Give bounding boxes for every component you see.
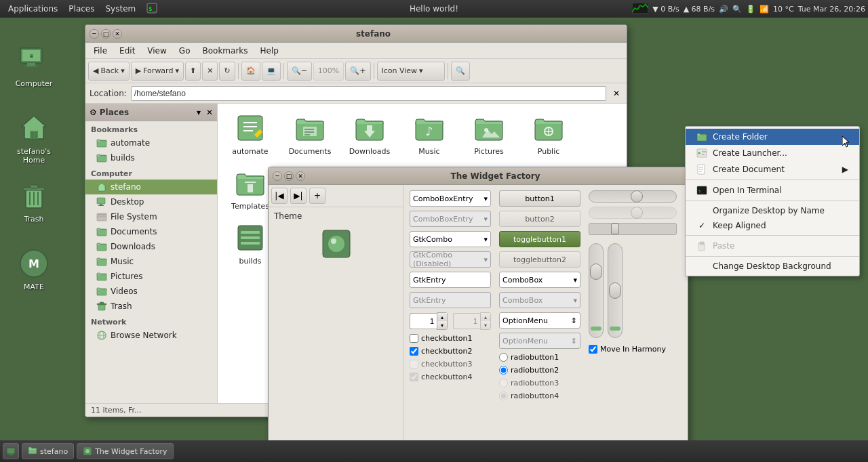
sidebar-item-music[interactable]: Music — [85, 254, 217, 269]
computer-nav-button[interactable]: 💻 — [262, 62, 281, 81]
vslider-2-handle[interactable] — [609, 282, 621, 299]
sidebar-tools-icon[interactable]: ⚙ — [90, 108, 97, 117]
file-icon-pictures[interactable]: Pictures — [462, 109, 516, 159]
spin-up-1[interactable]: ▴ — [437, 313, 447, 321]
file-icon-music[interactable]: ♪ Music — [402, 109, 456, 159]
taskbar-show-desktop[interactable] — [3, 443, 19, 459]
ctx-change-background[interactable]: Change Desktop Background — [686, 259, 859, 274]
zoom-in-button[interactable]: 🔍+ — [345, 62, 370, 81]
desktop-icon-home[interactable]: stefano'sHome — [7, 109, 61, 167]
radiobutton-2[interactable] — [499, 366, 508, 375]
places-menu[interactable]: Places — [63, 3, 100, 15]
ctx-create-document[interactable]: Create Document ▶ — [686, 161, 859, 177]
up-button[interactable]: ⬆ — [185, 62, 201, 81]
file-icon-public[interactable]: Public — [521, 109, 576, 159]
togglebutton1[interactable]: togglebutton1 — [499, 231, 580, 247]
search-button[interactable]: 🔍 — [451, 62, 470, 81]
battery-icon[interactable]: 🔋 — [746, 5, 755, 14]
combobox-active[interactable]: ComboBox ▾ — [499, 272, 580, 288]
spinbutton-1[interactable]: ▴ ▾ — [410, 312, 448, 330]
comboboxentry-active[interactable]: ComboBoxEntry ▾ — [410, 190, 491, 207]
volume-icon[interactable]: 🔊 — [719, 5, 728, 14]
file-icon-documents[interactable]: Documents — [283, 109, 337, 159]
ctx-keep-aligned[interactable]: ✓ Keep Aligned — [686, 218, 859, 233]
zoom-out-button[interactable]: 🔍− — [287, 62, 312, 81]
spin-input-1[interactable] — [410, 313, 437, 329]
ctx-organize-desktop[interactable]: Organize Desktop by Name — [686, 203, 859, 218]
hslider-1[interactable] — [589, 190, 677, 203]
wf-minimize-button[interactable]: ─ — [273, 171, 282, 181]
gtkcombo-active[interactable]: GtkCombo ▾ — [410, 231, 491, 247]
checkbutton-2[interactable] — [410, 347, 418, 356]
edit-menu[interactable]: Edit — [114, 45, 140, 57]
file-icon-automate[interactable]: automate — [223, 109, 277, 159]
optionmenu-active[interactable]: OptionMenu ⇕ — [499, 312, 580, 329]
taskbar-btn-stefano[interactable]: stefano — [22, 443, 74, 459]
sidebar-item-videos[interactable]: Videos — [85, 284, 217, 299]
system-menu[interactable]: System — [100, 3, 141, 15]
sidebar-item-documents[interactable]: Documents — [85, 224, 217, 239]
file-icon-downloads[interactable]: Downloads — [342, 109, 397, 159]
trash-small-icon — [96, 301, 107, 312]
ctx-create-folder[interactable]: Create Folder — [686, 129, 859, 145]
button1[interactable]: button1 — [499, 190, 580, 207]
applications-menu[interactable]: Applications — [3, 3, 63, 15]
gtkentry-active[interactable]: GtkEntry — [410, 272, 491, 288]
terminal-launcher[interactable]: $_ — [141, 1, 163, 17]
sidebar-close-icon[interactable]: ✕ — [206, 108, 213, 117]
checkbutton-1[interactable] — [410, 334, 418, 343]
checkbutton-1-label: checkbutton1 — [421, 334, 473, 343]
sidebar-item-desktop[interactable]: Desktop — [85, 194, 217, 209]
sidebar-item-browse-network[interactable]: Browse Network — [85, 328, 217, 343]
close-button[interactable]: ✕ — [113, 29, 122, 39]
file-menu[interactable]: File — [88, 45, 113, 57]
sidebar-item-stefano[interactable]: stefano — [85, 180, 217, 194]
hslider-3-handle[interactable] — [611, 224, 619, 234]
location-input[interactable] — [131, 86, 606, 101]
sidebar-item-builds[interactable]: builds — [85, 150, 217, 165]
help-menu[interactable]: Help — [255, 45, 284, 57]
bookmarks-menu[interactable]: Bookmarks — [197, 45, 253, 57]
back-dropdown-icon[interactable]: ▾ — [121, 66, 125, 75]
wf-slider-widgets: Move In Harmony — [589, 190, 682, 400]
vslider-1[interactable] — [589, 243, 604, 338]
sidebar-item-filesystem[interactable]: File System — [85, 209, 217, 224]
hslider-1-handle[interactable] — [631, 190, 643, 203]
stop-button[interactable]: ✕ — [202, 62, 218, 81]
sidebar-pin-icon[interactable]: ▾ — [197, 108, 201, 117]
search-icon[interactable]: 🔍 — [732, 5, 742, 14]
back-button[interactable]: ◀ Back ▾ — [88, 62, 130, 81]
go-menu[interactable]: Go — [174, 45, 196, 57]
sidebar-item-downloads[interactable]: Downloads — [85, 239, 217, 254]
desktop-icon-mate[interactable]: M MATE — [7, 245, 61, 294]
desktop-icon-trash[interactable]: Trash — [7, 177, 61, 226]
vslider-2[interactable] — [608, 243, 623, 338]
spin-down-1[interactable]: ▾ — [437, 321, 447, 329]
move-in-harmony-checkbox[interactable] — [589, 345, 597, 354]
taskbar-btn-widget-factory[interactable]: The Widget Factory — [77, 443, 173, 459]
wf-next-button[interactable]: ▶| — [290, 188, 307, 204]
maximize-button[interactable]: □ — [101, 29, 111, 39]
sidebar-item-pictures[interactable]: Pictures — [85, 269, 217, 284]
view-mode-dropdown[interactable]: Icon View ▾ — [377, 62, 445, 81]
wf-prev-button[interactable]: |◀ — [271, 188, 288, 204]
home-nav-button[interactable]: 🏠 — [241, 62, 260, 81]
desktop-icon-computer[interactable]: 🖥 Computer — [7, 41, 61, 91]
network-icon[interactable]: 📶 — [760, 5, 769, 14]
sidebar-item-trash[interactable]: Trash — [85, 299, 217, 314]
wf-close-button[interactable]: ✕ — [296, 171, 305, 181]
back-label: Back — [100, 66, 119, 75]
radiobutton-1[interactable] — [499, 353, 508, 362]
forward-button[interactable]: ▶ Forward ▾ — [131, 62, 184, 81]
sidebar-item-automate[interactable]: automate — [85, 135, 217, 150]
forward-dropdown-icon[interactable]: ▾ — [175, 66, 179, 75]
wf-add-button[interactable]: + — [309, 188, 326, 204]
vslider-1-handle[interactable] — [590, 264, 602, 280]
wf-maximize-button[interactable]: □ — [284, 171, 294, 181]
ctx-open-terminal[interactable]: $_ Open In Terminal — [686, 182, 859, 198]
minimize-button[interactable]: ─ — [90, 29, 99, 39]
location-clear-button[interactable]: ✕ — [610, 87, 623, 100]
ctx-create-launcher[interactable]: Create Launcher... — [686, 145, 859, 161]
refresh-button[interactable]: ↻ — [219, 62, 235, 81]
view-menu[interactable]: View — [142, 45, 172, 57]
